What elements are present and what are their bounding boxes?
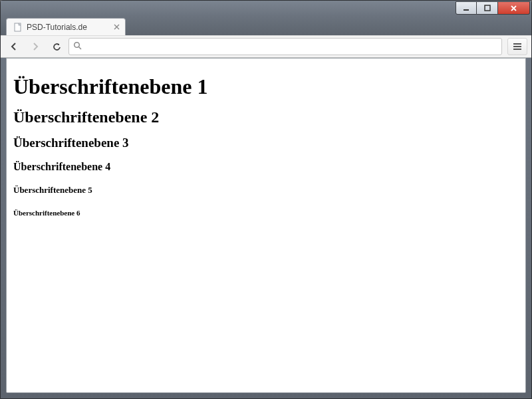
tab-strip: PSD-Tutorials.de — [1, 17, 531, 35]
window-controls — [456, 1, 530, 15]
heading-6: Überschriftenebene 6 — [13, 209, 519, 217]
svg-rect-1 — [485, 5, 490, 11]
svg-rect-5 — [513, 43, 521, 45]
reload-icon — [52, 42, 62, 52]
window-titlebar[interactable] — [1, 1, 531, 17]
svg-rect-6 — [513, 46, 521, 47]
svg-line-4 — [79, 47, 82, 50]
back-button[interactable] — [5, 38, 23, 55]
menu-button[interactable] — [507, 38, 527, 55]
search-icon — [73, 41, 82, 53]
heading-1: Überschriftenebene 1 — [13, 74, 519, 99]
forward-button[interactable] — [26, 38, 45, 55]
close-icon — [510, 5, 517, 12]
arrow-right-icon — [30, 41, 41, 52]
minimize-button[interactable] — [456, 1, 477, 15]
heading-2: Überschriftenebene 2 — [13, 108, 519, 126]
maximize-button[interactable] — [477, 1, 498, 15]
tab-active[interactable]: PSD-Tutorials.de — [6, 18, 126, 35]
maximize-icon — [484, 5, 491, 11]
viewport-frame: Überschriftenebene 1 Überschriftenebene … — [1, 58, 531, 398]
minimize-icon — [463, 5, 469, 11]
tab-close-button[interactable] — [114, 23, 120, 31]
heading-3: Überschriftenebene 3 — [13, 136, 519, 150]
address-bar[interactable] — [68, 38, 502, 55]
heading-5: Überschriftenebene 5 — [13, 185, 519, 196]
address-input[interactable] — [86, 42, 497, 52]
close-button[interactable] — [498, 1, 530, 15]
browser-toolbar — [1, 35, 531, 58]
tab-title: PSD-Tutorials.de — [27, 23, 110, 32]
heading-4: Überschriftenebene 4 — [13, 161, 519, 173]
page-viewport[interactable]: Überschriftenebene 1 Überschriftenebene … — [6, 58, 526, 393]
reload-button[interactable] — [47, 38, 66, 55]
svg-rect-7 — [513, 49, 521, 50]
svg-point-3 — [74, 43, 80, 48]
page-content: Überschriftenebene 1 Überschriftenebene … — [7, 59, 525, 243]
arrow-left-icon — [9, 41, 19, 52]
close-icon — [114, 24, 120, 30]
svg-rect-0 — [464, 9, 469, 11]
page-favicon-icon — [13, 23, 23, 32]
browser-window: PSD-Tutorials.de Überschriften — [0, 0, 532, 399]
hamburger-icon — [513, 43, 522, 51]
